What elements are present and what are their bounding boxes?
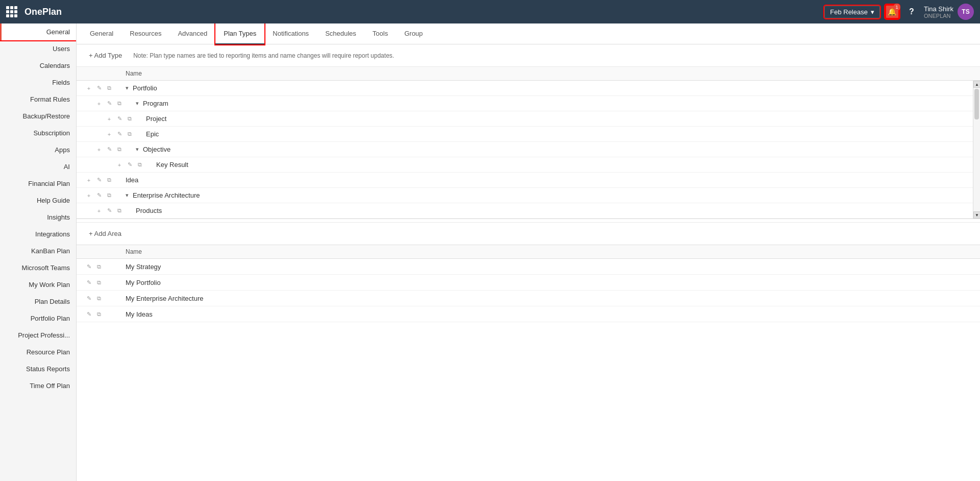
copy-row-icon[interactable]: ⧉ [95, 294, 103, 302]
copy-row-icon[interactable]: ⧉ [115, 207, 124, 215]
copy-row-icon[interactable]: ⧉ [95, 310, 103, 318]
sidebar-item-subscription[interactable]: Subscription [0, 125, 76, 141]
copy-row-icon[interactable]: ⧉ [115, 100, 124, 108]
edit-row-icon[interactable]: ✎ [105, 100, 113, 108]
edit-row-icon[interactable]: ✎ [85, 310, 93, 318]
sidebar-label: Project Professi... [18, 331, 70, 339]
copy-row-icon[interactable]: ⧉ [95, 262, 103, 271]
sidebar-item-fields[interactable]: Fields [0, 74, 76, 91]
sidebar-item-time-off-plan[interactable]: Time Off Plan [0, 377, 76, 394]
add-row-icon[interactable]: + [105, 130, 113, 138]
sidebar-label: General [46, 28, 70, 36]
sidebar-item-financial-plan[interactable]: Financial Plan [0, 175, 76, 192]
copy-row-icon[interactable]: ⧉ [136, 161, 144, 169]
sidebar-item-status-reports[interactable]: Status Reports [0, 360, 76, 377]
copy-row-icon[interactable]: ⧉ [126, 130, 134, 138]
tab-resources[interactable]: Resources [121, 23, 169, 44]
edit-row-icon[interactable]: ✎ [115, 115, 124, 123]
sidebar-item-integrations[interactable]: Integrations [0, 226, 76, 243]
sidebar-item-format-rules[interactable]: Format Rules [0, 91, 76, 108]
area-name: My Ideas [126, 310, 153, 318]
sidebar-item-my-work-plan[interactable]: My Work Plan [0, 276, 76, 293]
sidebar-item-ai[interactable]: AI [0, 158, 76, 175]
edit-row-icon[interactable]: ✎ [95, 176, 103, 184]
copy-row-icon[interactable]: ⧉ [105, 84, 113, 92]
plan-type-note: Note: Plan type names are tied to report… [133, 52, 394, 59]
scrollbar-thumb[interactable] [974, 89, 979, 119]
tab-general[interactable]: General [82, 23, 121, 44]
edit-row-icon[interactable]: ✎ [105, 146, 113, 154]
help-button[interactable]: ? [904, 5, 919, 19]
row-name-products: Products [136, 207, 972, 214]
row-name-project: Project [146, 115, 972, 123]
sidebar-label: KanBan Plan [31, 247, 70, 255]
add-row-icon[interactable]: + [105, 115, 113, 123]
sidebar-item-users[interactable]: Users [0, 40, 76, 57]
edit-row-icon[interactable]: ✎ [115, 130, 124, 138]
expand-icon[interactable]: ▾ [136, 146, 139, 153]
area-row-my-ideas: ✎ ⧉ My Ideas [77, 306, 980, 322]
edit-row-icon[interactable]: ✎ [85, 294, 93, 302]
add-row-icon[interactable]: + [85, 176, 93, 184]
add-row-icon[interactable]: + [95, 100, 103, 108]
tab-group[interactable]: Group [396, 23, 431, 44]
edit-row-icon[interactable]: ✎ [95, 191, 103, 200]
edit-row-icon[interactable]: ✎ [85, 278, 93, 286]
edit-row-icon[interactable]: ✎ [95, 84, 103, 92]
sidebar-item-resource-plan[interactable]: Resource Plan [0, 344, 76, 360]
row-actions: + ✎ ⧉ [85, 176, 126, 184]
sidebar-item-apps[interactable]: Apps [0, 141, 76, 158]
tab-schedules[interactable]: Schedules [317, 23, 364, 44]
scroll-down-arrow[interactable]: ▼ [973, 211, 980, 219]
tab-advanced[interactable]: Advanced [169, 23, 215, 44]
avatar[interactable]: TS [958, 4, 974, 20]
tab-content: + Add Type Note: Plan type names are tie… [77, 44, 980, 481]
sidebar-item-microsoft-teams[interactable]: Microsoft Teams [0, 259, 76, 276]
area-name: My Portfolio [126, 279, 161, 286]
add-area-button[interactable]: + Add Area [85, 228, 126, 239]
areas-section: Name ✎ ⧉ My Strategy ✎ ⧉ My Po [77, 245, 980, 322]
sidebar-item-help-guide[interactable]: Help Guide [0, 192, 76, 209]
add-type-button[interactable]: + Add Type [85, 50, 126, 61]
add-row-icon[interactable]: + [95, 207, 103, 215]
add-row-icon[interactable]: + [115, 161, 124, 169]
sidebar-item-backup-restore[interactable]: Backup/Restore [0, 108, 76, 125]
copy-row-icon[interactable]: ⧉ [105, 176, 113, 184]
sidebar-label: Backup/Restore [23, 112, 70, 120]
sidebar-item-portfolio-plan[interactable]: Portfolio Plan [0, 310, 76, 327]
release-selector[interactable]: Feb Release ▾ [824, 6, 880, 18]
header-left: OnePlan [6, 6, 62, 17]
expand-icon[interactable]: ▾ [136, 100, 139, 107]
chevron-down-icon: ▾ [871, 8, 874, 16]
add-type-toolbar: + Add Type Note: Plan type names are tie… [77, 44, 980, 67]
copy-row-icon[interactable]: ⧉ [95, 278, 103, 286]
sidebar-item-kanban-plan[interactable]: KanBan Plan [0, 243, 76, 259]
sidebar-item-project-professi[interactable]: Project Professi... [0, 327, 76, 344]
tab-notifications[interactable]: Notifications [264, 23, 317, 44]
area-row-my-portfolio: ✎ ⧉ My Portfolio [77, 275, 980, 291]
grid-icon[interactable] [6, 6, 17, 17]
notification-button[interactable]: 🔔 1 [885, 5, 899, 19]
expand-icon[interactable]: ▾ [126, 192, 129, 199]
tree-row-portfolio: + ✎ ⧉ ▾ Portfolio [77, 81, 980, 96]
sidebar-item-insights[interactable]: Insights [0, 209, 76, 226]
add-row-icon[interactable]: + [85, 84, 93, 92]
copy-row-icon[interactable]: ⧉ [126, 115, 134, 123]
copy-row-icon[interactable]: ⧉ [105, 191, 113, 200]
add-row-icon[interactable]: + [95, 146, 103, 154]
sidebar-item-plan-details[interactable]: Plan Details [0, 293, 76, 310]
edit-row-icon[interactable]: ✎ [105, 207, 113, 215]
scroll-up-arrow[interactable]: ▲ [973, 81, 980, 88]
sidebar-item-calendars[interactable]: Calendars [0, 57, 76, 74]
expand-icon[interactable]: ▾ [126, 85, 129, 91]
edit-row-icon[interactable]: ✎ [126, 161, 134, 169]
sidebar-item-general[interactable]: General [0, 23, 76, 40]
add-row-icon[interactable]: + [85, 191, 93, 200]
tree-row-project: + ✎ ⧉ Project [77, 111, 980, 127]
tab-tools[interactable]: Tools [364, 23, 396, 44]
plan-type-label: Project [146, 115, 166, 123]
plan-types-scrollbar[interactable]: ▲ ▼ [973, 81, 980, 219]
tab-plan-types[interactable]: Plan Types [215, 23, 264, 44]
edit-row-icon[interactable]: ✎ [85, 262, 93, 271]
copy-row-icon[interactable]: ⧉ [115, 146, 124, 154]
